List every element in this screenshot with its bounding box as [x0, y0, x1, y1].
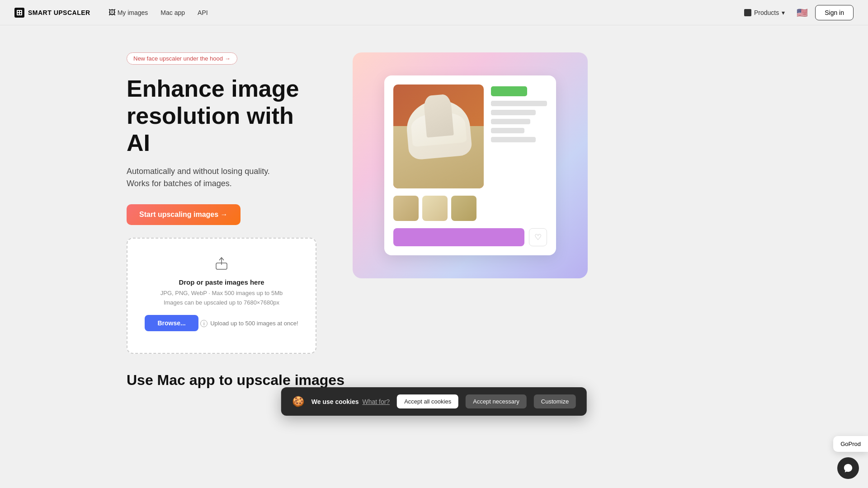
product-card: ♡: [384, 75, 556, 255]
cookie-what-for[interactable]: What for?: [362, 398, 390, 405]
svg-rect-0: [17, 10, 22, 15]
cta-button[interactable]: Start upscaling images →: [127, 204, 241, 225]
chevron-down-icon: ▾: [782, 9, 785, 16]
products-icon: [744, 9, 751, 16]
images-icon: 🖼: [108, 9, 116, 17]
product-image: [393, 84, 484, 188]
language-flag[interactable]: 🇺🇸: [797, 7, 808, 18]
add-to-cart-button[interactable]: [393, 228, 524, 246]
upload-icon: [138, 253, 305, 273]
nav-right: Products ▾ 🇺🇸 Sign in: [740, 5, 854, 20]
card-line-3: [491, 119, 530, 124]
main-content: New face upscaler under the hood → Enhan…: [0, 25, 868, 354]
card-title-bar: [491, 86, 527, 96]
nav-api[interactable]: API: [198, 9, 208, 16]
upload-info: JPG, PNG, WebP · Max 500 images up to 5M…: [138, 289, 305, 308]
upload-title: Drop or paste images here: [138, 278, 305, 286]
hero-section: New face upscaler under the hood → Enhan…: [127, 52, 316, 354]
bottom-title: Use Mac app to upscale images: [127, 372, 741, 389]
upload-limit: i Upload up to 500 images at once!: [200, 320, 298, 327]
announcement-badge[interactable]: New face upscaler under the hood →: [127, 52, 237, 65]
cookie-banner: 🍪 We use cookies What for? Accept all co…: [281, 387, 587, 416]
svg-rect-3: [18, 13, 19, 14]
card-top: [393, 84, 547, 188]
products-button[interactable]: Products ▾: [740, 6, 789, 19]
thumbnail-3[interactable]: [451, 196, 476, 221]
cookie-icon: 🍪: [292, 396, 304, 408]
accept-all-cookies-button[interactable]: Accept all cookies: [397, 394, 458, 408]
navbar: SMART UPSCALER 🖼 My images Mac app API P…: [0, 0, 868, 25]
goprod-panel[interactable]: GoProd: [833, 436, 868, 452]
nav-links: 🖼 My images Mac app API: [108, 9, 208, 17]
hero-title: Enhance image resolution with AI: [127, 75, 316, 156]
upload-dropzone[interactable]: Drop or paste images here JPG, PNG, WebP…: [127, 238, 316, 354]
cookie-text: We use cookies What for?: [311, 398, 390, 405]
product-mockup-container: ♡: [353, 52, 588, 278]
card-info: [491, 84, 547, 188]
chat-button[interactable]: [837, 457, 859, 479]
logo[interactable]: SMART UPSCALER: [14, 8, 90, 18]
thumbnail-1[interactable]: [393, 196, 419, 221]
accept-necessary-button[interactable]: Accept necessary: [466, 394, 527, 408]
wishlist-button[interactable]: ♡: [529, 228, 547, 246]
browse-button[interactable]: Browse...: [145, 315, 198, 331]
card-thumbnails: [393, 196, 547, 221]
svg-rect-4: [20, 13, 21, 14]
card-line-2: [491, 110, 536, 115]
logo-icon: [14, 8, 24, 18]
logo-text: SMART UPSCALER: [28, 9, 90, 16]
nav-my-images[interactable]: 🖼 My images: [108, 9, 148, 17]
card-line-5: [491, 137, 536, 142]
svg-rect-1: [18, 11, 19, 12]
goprod-label: GoProd: [840, 441, 861, 447]
card-line-4: [491, 128, 524, 133]
customize-cookies-button[interactable]: Customize: [534, 394, 576, 408]
card-bottom: ♡: [393, 228, 547, 246]
sign-in-button[interactable]: Sign in: [815, 5, 854, 20]
hero-subtitle: Automatically and without losing quality…: [127, 165, 316, 190]
svg-rect-2: [20, 11, 21, 12]
thumbnail-2[interactable]: [422, 196, 448, 221]
info-icon: i: [200, 320, 208, 327]
nav-mac-app[interactable]: Mac app: [160, 9, 185, 16]
card-line-1: [491, 101, 547, 106]
